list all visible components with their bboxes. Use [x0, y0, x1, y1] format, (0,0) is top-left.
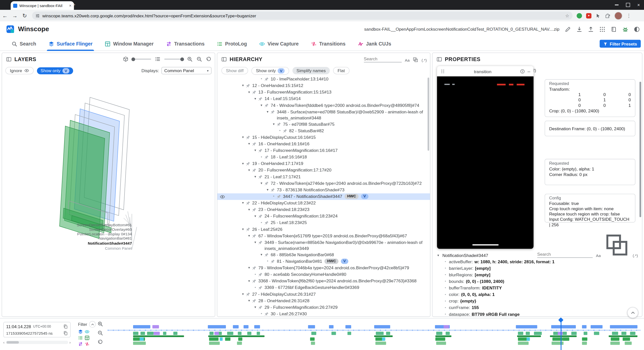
browser-menu-icon[interactable]: ⋮	[626, 13, 631, 19]
trace-segment[interactable]	[625, 341, 632, 345]
collapse-arrow-icon[interactable]: ▾	[253, 239, 258, 245]
hierarchy-node[interactable]: •25 - Leaf:18:23#25	[217, 220, 430, 226]
hierarchy-node[interactable]: •82 - StatusBar#82	[217, 128, 430, 134]
profile-avatar[interactable]	[615, 12, 622, 20]
pin-icon[interactable]	[252, 279, 257, 284]
extension-icon-red[interactable]	[586, 13, 591, 18]
trace-icon-windowmanager[interactable]	[85, 335, 90, 340]
collapse-arrow-icon[interactable]: ▾	[259, 180, 264, 186]
trace-segment[interactable]	[444, 325, 449, 328]
trace-segment[interactable]	[571, 332, 577, 335]
collapse-arrow-icon[interactable]: ▾	[247, 265, 252, 271]
collapse-arrow-icon[interactable]: ▾	[265, 187, 270, 193]
hierarchy-node[interactable]: ▾26 - Leaf:25#26	[217, 226, 430, 233]
trace-segment[interactable]	[534, 332, 542, 335]
pin-icon[interactable]	[264, 76, 269, 81]
property-row[interactable]: •activeBuffer:w: 1080, h: 2400, stride: …	[436, 259, 642, 265]
timeline-canvas[interactable]	[108, 319, 641, 350]
hierarchy-node[interactable]: ▾68 - 885b63e NavigationBar0#68	[217, 252, 430, 258]
trace-segment[interactable]	[563, 337, 569, 341]
collapse-arrow-icon[interactable]: ▾	[253, 213, 258, 219]
ignore-chip[interactable]: Ignore	[5, 67, 33, 74]
trace-segment[interactable]	[582, 325, 586, 328]
collapse-arrow-icon[interactable]: ▾	[253, 96, 258, 102]
trace-segment[interactable]	[247, 332, 252, 335]
spacing-slider[interactable]	[164, 59, 183, 59]
collapse-arrow-icon[interactable]: ▾	[271, 121, 276, 127]
trace-segment[interactable]	[435, 335, 452, 337]
pin-icon[interactable]	[252, 90, 257, 95]
timeline-cursor[interactable]	[561, 319, 561, 350]
layer-label[interactable]: Common Panel	[2, 246, 132, 250]
trace-segment[interactable]	[584, 332, 587, 335]
trace-segment[interactable]	[526, 332, 530, 335]
trace-segment[interactable]	[376, 332, 384, 335]
trace-icon-surfaceflinger[interactable]	[78, 329, 83, 334]
trace-segment[interactable]	[329, 325, 334, 328]
trace-segment[interactable]	[257, 332, 260, 335]
pin-icon[interactable]	[258, 96, 263, 101]
filter-presets-button[interactable]: Filter Presets	[600, 40, 641, 48]
show-only-chip[interactable]: Show only V	[251, 67, 289, 74]
site-info-icon[interactable]	[35, 13, 40, 18]
collapse-arrow-icon[interactable]: ▾	[247, 278, 252, 284]
trace-segment[interactable]	[233, 325, 239, 328]
pin-icon[interactable]	[252, 141, 257, 146]
info-icon[interactable]	[520, 69, 525, 74]
hierarchy-node[interactable]: ▾72 - WindowToken{a2746de type=2040 andr…	[217, 180, 430, 187]
hierarchy-node[interactable]: ▾3448 - Surface(name=ed70f88 StatusBar)/…	[217, 109, 430, 121]
pin-icon[interactable]	[258, 285, 263, 290]
hierarchy-node[interactable]: ▾28 - OneHanded:26:31#28	[217, 298, 430, 304]
timeline-scrollbar[interactable]: ‹ ›	[3, 339, 71, 346]
trace-segment[interactable]	[611, 337, 619, 341]
dark-mode-toggle-icon[interactable]	[634, 26, 640, 32]
pin-icon[interactable]	[252, 207, 257, 212]
pin-icon[interactable]	[252, 298, 257, 303]
trace-segment[interactable]	[133, 341, 146, 345]
collapse-arrow-icon[interactable]: ▾	[253, 174, 258, 180]
collapse-arrow-icon[interactable]: ▾	[240, 82, 246, 89]
trace-segment[interactable]	[133, 335, 184, 337]
window-close-icon[interactable]: ×	[637, 3, 640, 7]
hierarchy-node[interactable]: ▾20 - FullscreenMagnification:17:17#20	[217, 167, 430, 174]
copy-icon[interactable]	[63, 324, 68, 329]
copy-icon[interactable]	[63, 331, 68, 335]
properties-root-node[interactable]: ▾ NotificationShade#3447	[436, 252, 642, 259]
hierarchy-node[interactable]: ▾22 - HideDisplayCutout:18:23#22	[217, 200, 430, 206]
timeline-reset-icon[interactable]	[97, 339, 103, 345]
hierarchy-node[interactable]: ▾3368 - WindowToken{f6b2f60 type=2024 an…	[217, 278, 430, 284]
layer-label[interactable]: ScreenDecorOverlay#60	[2, 227, 132, 232]
zoom-in-icon[interactable]	[187, 56, 193, 62]
hierarchy-node[interactable]: ▾17 - FullscreenMagnification:16:16#17	[217, 147, 430, 154]
trace-icon-transactions[interactable]	[78, 341, 83, 346]
scroll-left-icon[interactable]: ‹	[3, 340, 5, 344]
trace-segment[interactable]	[173, 332, 177, 335]
hierarchy-node[interactable]: ▾12 - OneHanded:15:15#12	[217, 82, 430, 89]
hierarchy-node[interactable]: ▾74 - WindowToken{fdddbe6 type=2000 andr…	[217, 102, 430, 109]
simplify-names-chip[interactable]: Simplify names	[292, 67, 330, 74]
trace-segment[interactable]	[147, 332, 153, 335]
pin-icon[interactable]	[258, 148, 263, 153]
hierarchy-node[interactable]: ▾24 - FullscreenMagnification:18:23#24	[217, 213, 430, 220]
property-row[interactable]: •color:(0, 0, 0), alpha: 1	[436, 291, 642, 298]
pin-icon[interactable]	[264, 103, 269, 108]
trace-segment[interactable]	[308, 325, 315, 328]
trace-icon-transitions[interactable]	[85, 341, 90, 346]
hierarchy-node[interactable]: ▾16 - OneHanded:16:16#16	[217, 141, 430, 147]
trace-tab-jank-cujs[interactable]: Jank CUJs	[358, 37, 391, 51]
pin-icon[interactable]	[258, 240, 263, 245]
hierarchy-node[interactable]: ▾75 - ed70f88 StatusBar#75	[217, 121, 430, 128]
trace-segment[interactable]	[345, 325, 351, 328]
trace-segment[interactable]	[209, 341, 219, 345]
trace-segment[interactable]	[446, 332, 450, 335]
collapse-arrow-icon[interactable]: ▾	[240, 226, 246, 232]
trace-segment[interactable]	[622, 332, 626, 335]
trace-segment[interactable]	[347, 332, 351, 335]
docs-icon[interactable]	[611, 26, 617, 32]
trace-segment[interactable]	[517, 335, 541, 337]
trace-segment[interactable]	[133, 325, 150, 328]
collapse-arrow-icon[interactable]: ▾	[240, 134, 246, 140]
property-row[interactable]: •barrierLayer:[empty]	[436, 265, 642, 272]
edit-icon[interactable]	[565, 26, 571, 32]
trace-segment[interactable]	[557, 332, 563, 335]
